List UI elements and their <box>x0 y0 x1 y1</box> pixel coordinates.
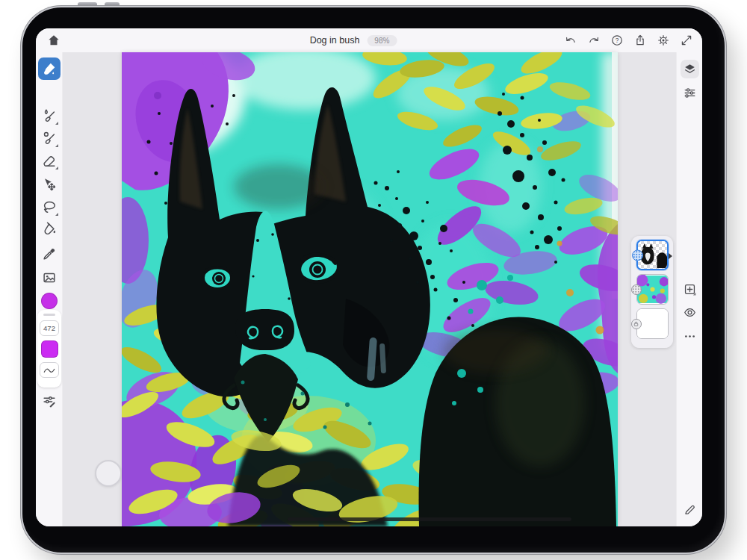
touch-shortcut-button[interactable] <box>95 460 122 487</box>
layers-panel-button[interactable] <box>681 60 699 78</box>
ipad-device: Dog in bush 98% ? <box>21 6 726 554</box>
layers-panel <box>631 236 673 348</box>
layer-thumbnail <box>637 275 668 304</box>
tool-options-indicator <box>55 122 58 125</box>
panel-drag-handle[interactable] <box>43 314 55 316</box>
layer-item-foliage[interactable] <box>636 274 669 305</box>
zoom-badge[interactable]: 98% <box>367 35 397 46</box>
layer-item-paper[interactable] <box>636 308 669 339</box>
fill-tool[interactable] <box>38 218 61 240</box>
share-icon[interactable] <box>633 34 647 47</box>
move-icon <box>41 176 58 193</box>
expand-icon[interactable] <box>680 34 693 47</box>
image-icon <box>41 270 58 286</box>
home-indicator[interactable] <box>288 517 571 521</box>
document-title: Dog in bush <box>310 35 360 46</box>
add-layer-button[interactable] <box>681 280 699 299</box>
tool-options-indicator <box>55 144 58 147</box>
ellipsis-icon <box>683 329 697 343</box>
tool-options-indicator <box>55 167 58 169</box>
move-tool[interactable] <box>38 173 61 196</box>
place-image-tool[interactable] <box>38 267 61 289</box>
paint-brush-icon <box>41 60 58 77</box>
lasso-tool[interactable] <box>38 196 61 218</box>
eyedropper-tool[interactable] <box>38 243 61 265</box>
undo-icon[interactable] <box>564 34 577 47</box>
fill-icon <box>41 221 58 237</box>
mixer-brush-tool[interactable] <box>38 127 61 149</box>
top-toolbar: Dog in bush 98% ? <box>36 28 702 52</box>
watercolor-brush-tool[interactable] <box>38 105 61 127</box>
eye-icon <box>683 305 697 320</box>
lock-icon <box>633 320 639 327</box>
brush-settings-button[interactable] <box>38 390 61 412</box>
layer-badge[interactable] <box>631 284 642 295</box>
smoothing-button[interactable] <box>40 362 59 378</box>
help-icon[interactable]: ? <box>610 34 624 47</box>
notes-pencil-button[interactable] <box>681 500 699 519</box>
svg-text:?: ? <box>616 37 619 44</box>
app-screen: Dog in bush 98% ? <box>36 28 702 526</box>
layer-badge-selected[interactable] <box>632 249 643 261</box>
layer-properties-button[interactable] <box>681 84 699 102</box>
settings-icon[interactable] <box>657 34 670 47</box>
layer-lock-badge[interactable] <box>631 319 642 329</box>
recent-color-swatch[interactable] <box>41 340 58 358</box>
eyedropper-icon <box>41 246 58 262</box>
tool-options-indicator <box>55 213 58 216</box>
smoothing-wave-icon <box>43 366 56 375</box>
home-button[interactable] <box>46 33 61 48</box>
report-bug-button[interactable] <box>681 524 699 526</box>
canvas-artwork[interactable] <box>122 52 618 526</box>
redo-icon[interactable] <box>587 34 601 47</box>
add-layer-icon <box>683 282 697 296</box>
left-tool-strip: 472 <box>36 52 63 526</box>
eraser-tool[interactable] <box>38 149 61 172</box>
layer-visibility-button[interactable] <box>681 303 699 322</box>
layers-icon <box>683 62 697 76</box>
right-tool-strip <box>676 52 702 526</box>
brush-quick-panel: 472 <box>37 310 61 388</box>
paint-brush-tool[interactable] <box>38 57 61 80</box>
layer-item-dog[interactable] <box>636 240 669 270</box>
brush-settings-icon <box>41 393 58 409</box>
color-wheel[interactable] <box>41 293 58 309</box>
pencil-icon <box>683 503 697 517</box>
brush-size-value[interactable]: 472 <box>40 320 59 336</box>
layer-options-button[interactable] <box>681 327 699 346</box>
layer-thumbnail <box>637 309 668 338</box>
layer-flyout-handle[interactable] <box>669 253 672 259</box>
layer-properties-icon <box>683 86 697 100</box>
